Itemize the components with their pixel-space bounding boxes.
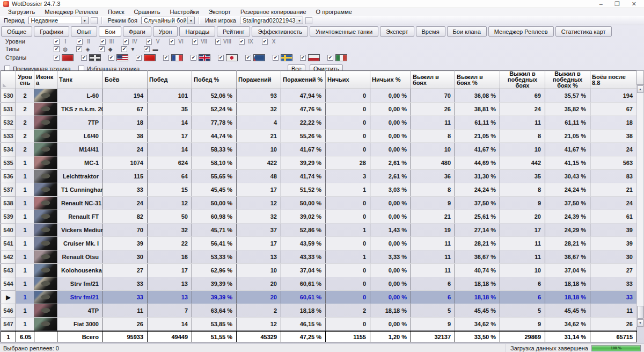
defeats-cell[interactable]: 93	[237, 89, 281, 103]
table-row[interactable]: 5441Strv fm/21331339,39 %2060,61 %00,00 …	[1, 277, 637, 291]
defeat-percent-cell[interactable]: 22,22 %	[281, 116, 326, 130]
level-filter[interactable]: ✔VIII	[215, 39, 231, 45]
level-checkbox[interactable]: ✔	[192, 39, 198, 45]
tank-icon-cell[interactable]	[34, 103, 57, 116]
win-percent-cell[interactable]: 58,33 %	[192, 143, 237, 156]
wins-cell[interactable]: 64	[148, 170, 192, 183]
draw-percent-cell[interactable]: 0,00 %	[370, 103, 411, 116]
row-header-cell[interactable]: 533	[1, 130, 16, 143]
wins-cell[interactable]: 16	[148, 250, 192, 264]
tank-name-cell[interactable]: 7TP	[57, 116, 103, 130]
battles-cell[interactable]: 33	[103, 291, 148, 304]
tank-type-filter[interactable]: ✔◆	[99, 46, 114, 52]
scroll-down-icon[interactable]: ▼	[637, 319, 643, 327]
wins-cell[interactable]: 50	[148, 210, 192, 224]
tank-name-cell[interactable]: Kolohousenka	[57, 264, 103, 277]
survived-victories-cell[interactable]: 10	[500, 264, 545, 277]
wins-cell[interactable]: 13	[148, 277, 192, 291]
country-filter[interactable]: ✔	[191, 54, 210, 61]
survived-cell[interactable]: 11	[411, 264, 455, 277]
wins-cell[interactable]: 624	[148, 156, 192, 170]
battles-cell[interactable]: 24	[103, 143, 148, 156]
draws-cell[interactable]: 28	[326, 156, 370, 170]
level-filter[interactable]: ✔I	[54, 39, 69, 45]
level-checkbox[interactable]: ✔	[169, 39, 175, 45]
country-filter[interactable]: ✔	[300, 54, 320, 61]
survived-cell[interactable]: 480	[411, 156, 455, 170]
battles-after-88-cell[interactable]: 194	[590, 89, 637, 103]
tier-cell[interactable]: 1	[16, 318, 34, 332]
survived-victories-percent-cell[interactable]: 24,29 %	[545, 224, 590, 237]
wins-cell[interactable]: 7	[148, 304, 192, 318]
draw-percent-cell[interactable]: 0,00 %	[370, 277, 411, 291]
menu-item[interactable]: Менеджер Реплеев	[40, 8, 103, 16]
column-header-wins[interactable]: Побед	[148, 71, 192, 89]
win-percent-cell[interactable]: 62,96 %	[192, 264, 237, 277]
country-filter[interactable]: ✔	[54, 54, 74, 61]
wins-cell[interactable]: 32	[148, 224, 192, 237]
survived-cell[interactable]: 9	[411, 197, 455, 210]
row-header-cell[interactable]: 532	[1, 116, 16, 130]
row-header-cell[interactable]: 539	[1, 210, 16, 224]
defeat-percent-cell[interactable]: 41,67 %	[281, 143, 326, 156]
level-filter[interactable]: ✔V	[146, 39, 162, 45]
survived-victories-cell[interactable]: 10	[500, 143, 545, 156]
survived-victories-percent-cell[interactable]: 41,67 %	[545, 143, 590, 156]
table-row[interactable]: 5371T1 Cunningham331545,45 %1751,52 %13,…	[1, 183, 637, 197]
tab[interactable]: Эффективность	[252, 26, 308, 37]
tank-icon-cell[interactable]	[34, 277, 57, 291]
defeats-cell[interactable]: 37	[237, 224, 281, 237]
country-filter[interactable]: ✔	[136, 54, 156, 61]
survived-victories-percent-cell[interactable]: 34,62 %	[545, 318, 590, 332]
defeats-cell[interactable]: 13	[237, 250, 281, 264]
win-percent-cell[interactable]: 53,33 %	[192, 250, 237, 264]
tank-icon-cell[interactable]	[34, 210, 57, 224]
battle-mode-combobox[interactable]: Случайный бой ▼	[141, 17, 195, 24]
row-header-cell[interactable]: 534	[1, 143, 16, 156]
defeats-cell[interactable]: 12	[237, 318, 281, 332]
tier-cell[interactable]: 1	[16, 250, 34, 264]
chevron-down-icon[interactable]: ▼	[296, 17, 303, 24]
wins-cell[interactable]: 14	[148, 143, 192, 156]
defeat-percent-cell[interactable]: 55,26 %	[281, 130, 326, 143]
tank-name-cell[interactable]: Renault Otsu	[57, 250, 103, 264]
win-percent-cell[interactable]: 56,41 %	[192, 237, 237, 250]
menu-item[interactable]: Экспорт	[204, 8, 236, 16]
tab[interactable]: Опыт	[71, 26, 97, 37]
survived-cell[interactable]: 11	[411, 116, 455, 130]
survived-victories-percent-cell[interactable]: 45,45 %	[545, 304, 590, 318]
column-header-battles[interactable]: Боёв	[103, 71, 148, 89]
tank-icon-cell[interactable]	[34, 170, 57, 183]
country-checkbox[interactable]: ✔	[136, 55, 142, 61]
table-row[interactable]: 5471Fiat 3000261453,85 %1246,15 %00,00 %…	[1, 318, 637, 332]
column-header-icon[interactable]: Иконка	[34, 71, 57, 89]
win-percent-cell[interactable]: 53,85 %	[192, 318, 237, 332]
table-row[interactable]: 5431Kolohousenka271762,96 %1037,04 %00,0…	[1, 264, 637, 277]
level-filter[interactable]: ✔II	[77, 39, 92, 45]
draws-cell[interactable]: 0	[326, 103, 370, 116]
win-percent-cell[interactable]: 77,78 %	[192, 116, 237, 130]
country-filter[interactable]: ✔	[245, 54, 265, 61]
defeat-percent-cell[interactable]: 37,04 %	[281, 264, 326, 277]
column-header-battles-after-88[interactable]: Боёв после 8.8	[590, 71, 637, 89]
column-header-win-percent[interactable]: Побед %	[192, 71, 237, 89]
battles-after-88-cell[interactable]: 24	[590, 143, 637, 156]
battles-cell[interactable]: 33	[103, 277, 148, 291]
row-header-cell[interactable]: 547	[1, 318, 16, 332]
table-row[interactable]: 5421Renault Otsu301653,33 %1343,33 %13,3…	[1, 250, 637, 264]
tank-icon-cell[interactable]	[34, 143, 57, 156]
tab[interactable]: Статистика карт	[555, 26, 612, 37]
battles-after-88-cell[interactable]: 38	[590, 130, 637, 143]
survived-victories-cell[interactable]: 20	[500, 210, 545, 224]
tank-name-cell[interactable]: МС-1	[57, 156, 103, 170]
tab[interactable]: Время	[416, 26, 445, 37]
scrollbar-thumb[interactable]	[637, 306, 643, 319]
type-checkbox[interactable]: ✔	[144, 46, 150, 52]
close-button[interactable]: ✕	[632, 1, 636, 8]
draw-percent-cell[interactable]: 3,03 %	[370, 183, 411, 197]
country-checkbox[interactable]: ✔	[327, 55, 333, 61]
wins-cell[interactable]: 22	[148, 237, 192, 250]
draws-cell[interactable]: 0	[326, 130, 370, 143]
row-header-cell[interactable]: 546	[1, 304, 16, 318]
level-checkbox[interactable]: ✔	[100, 39, 106, 45]
